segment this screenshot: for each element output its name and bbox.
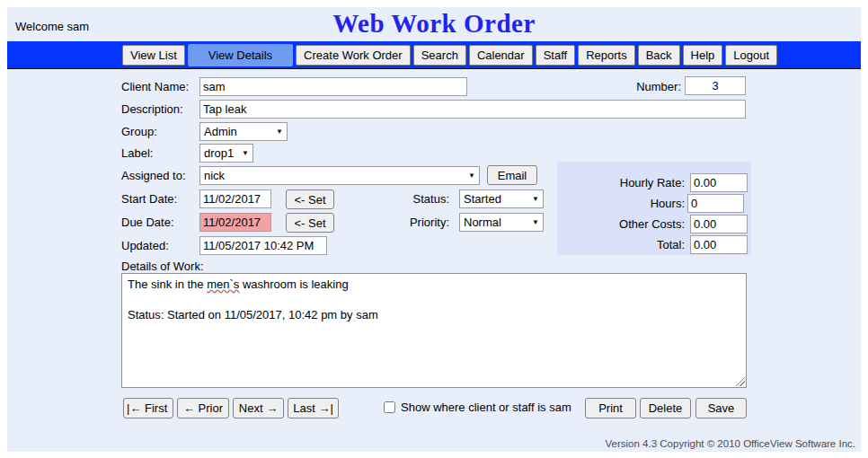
- misspelled-word: men`s: [207, 277, 239, 291]
- total-label: Total:: [557, 238, 685, 251]
- start-date-set-button[interactable]: <- Set: [286, 189, 334, 209]
- show-filter-label: Show where client or staff is sam: [401, 401, 571, 414]
- assigned-to-label: Assigned to:: [121, 169, 186, 182]
- description-label: Description:: [121, 102, 183, 116]
- nav-bar: View List View Details Create Work Order…: [7, 41, 861, 69]
- due-date-input[interactable]: [199, 213, 271, 232]
- start-date-input[interactable]: [199, 189, 271, 208]
- app-window: Welcome sam Web Work Order View List Vie…: [7, 7, 861, 452]
- dropdown-caret-icon: ▼: [468, 172, 475, 180]
- status-label: Status:: [349, 192, 449, 206]
- nav-view-list[interactable]: View List: [122, 45, 185, 66]
- dropdown-caret-icon: ▼: [242, 149, 249, 157]
- start-date-label: Start Date:: [121, 192, 177, 206]
- nav-create-work-order[interactable]: Create Work Order: [296, 45, 411, 66]
- updated-label: Updated:: [121, 239, 169, 252]
- group-select-value: Admin: [204, 125, 237, 138]
- updated-input[interactable]: [199, 236, 327, 255]
- label-select-value: drop1: [204, 146, 234, 160]
- total-input[interactable]: [690, 235, 748, 254]
- costs-panel: Hourly Rate: Hours: Other Costs: Total:: [557, 162, 751, 255]
- hourly-rate-label: Hourly Rate:: [557, 176, 685, 189]
- header: Welcome sam Web Work Order: [7, 7, 861, 41]
- nav-help[interactable]: Help: [683, 45, 723, 66]
- page-title: Web Work Order: [7, 7, 861, 39]
- due-date-set-button[interactable]: <- Set: [286, 213, 334, 233]
- nav-reports[interactable]: Reports: [578, 45, 635, 66]
- nav-calendar[interactable]: Calendar: [469, 45, 533, 66]
- details-line-1: The sink in the men`s washroom is leakin…: [128, 277, 740, 292]
- dropdown-caret-icon: ▼: [276, 128, 283, 136]
- prior-record-button[interactable]: ← Prior: [177, 398, 229, 418]
- label-field-label: Label:: [121, 146, 153, 160]
- assigned-to-select[interactable]: nick ▼: [199, 166, 480, 185]
- dropdown-caret-icon: ▼: [532, 218, 539, 226]
- delete-button[interactable]: Delete: [640, 398, 691, 418]
- other-costs-input[interactable]: [690, 215, 748, 233]
- resize-grip-icon[interactable]: [735, 376, 745, 386]
- nav-staff[interactable]: Staff: [536, 45, 576, 66]
- status-select-value: Started: [464, 192, 501, 206]
- version-text: Version 4.3 Copyright © 2010 OfficeView …: [606, 438, 855, 449]
- details-of-work-label: Details of Work:: [121, 260, 204, 273]
- print-button[interactable]: Print: [585, 398, 636, 418]
- client-name-input[interactable]: [199, 77, 467, 96]
- priority-select[interactable]: Normal ▼: [459, 213, 544, 232]
- number-label: Number:: [582, 80, 681, 93]
- details-line-2: Status: Started on 11/05/2017, 10:42 pm …: [128, 307, 740, 322]
- show-filter-checkbox[interactable]: [384, 401, 395, 413]
- status-select[interactable]: Started ▼: [459, 189, 544, 208]
- welcome-text: Welcome sam: [15, 20, 89, 33]
- nav-back[interactable]: Back: [638, 45, 680, 66]
- hourly-rate-input[interactable]: [690, 173, 748, 192]
- hours-input[interactable]: [687, 194, 744, 213]
- hours-label: Hours:: [557, 197, 685, 210]
- dropdown-caret-icon: ▼: [532, 195, 539, 203]
- nav-search[interactable]: Search: [413, 45, 466, 66]
- assigned-to-select-value: nick: [204, 169, 225, 182]
- last-record-button[interactable]: Last →|: [288, 398, 339, 418]
- group-select[interactable]: Admin ▼: [199, 122, 288, 141]
- details-of-work-textarea[interactable]: The sink in the men`s washroom is leakin…: [121, 273, 747, 388]
- priority-label: Priority:: [349, 216, 449, 229]
- next-record-button[interactable]: Next →: [233, 398, 284, 418]
- nav-view-details[interactable]: View Details: [188, 44, 293, 66]
- label-select[interactable]: drop1 ▼: [199, 144, 253, 163]
- first-record-button[interactable]: |← First: [123, 398, 173, 418]
- email-button[interactable]: Email: [487, 165, 537, 185]
- work-order-form: Client Name: Number: Description: Group:…: [7, 69, 861, 452]
- other-costs-label: Other Costs:: [557, 217, 685, 231]
- number-input[interactable]: [685, 76, 746, 95]
- description-input[interactable]: [199, 100, 746, 119]
- client-name-label: Client Name:: [121, 80, 189, 93]
- priority-select-value: Normal: [464, 216, 501, 229]
- nav-logout[interactable]: Logout: [725, 45, 777, 66]
- due-date-label: Due Date:: [121, 216, 174, 229]
- save-button[interactable]: Save: [695, 398, 747, 418]
- group-label: Group:: [121, 125, 157, 138]
